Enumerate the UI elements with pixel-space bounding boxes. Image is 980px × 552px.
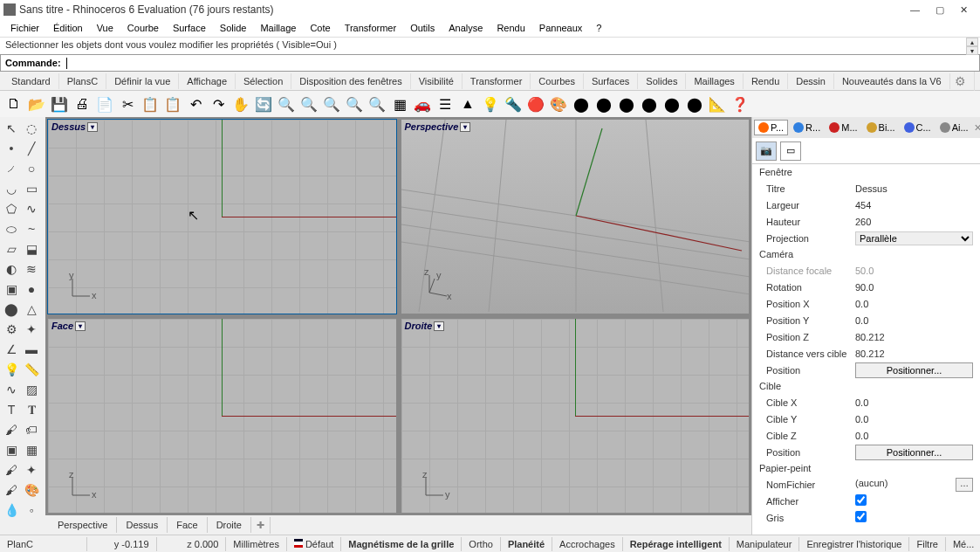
tab-surfaces[interactable]: Surfaces xyxy=(584,73,638,89)
menu-cote[interactable]: Cote xyxy=(303,21,337,35)
prop-afficher-checkbox[interactable] xyxy=(855,494,867,506)
viewport-persp-dropdown[interactable]: ▾ xyxy=(460,122,470,132)
status-accrochages[interactable]: Accrochages xyxy=(552,537,623,551)
prop-camposx-value[interactable]: 0.0 xyxy=(855,299,973,309)
status-m[interactable]: Mé... xyxy=(946,537,980,551)
tab-solides[interactable]: Solides xyxy=(638,73,686,89)
status-enregistrerlhistorique[interactable]: Enregistrer l'historique xyxy=(799,537,909,551)
status-reprageintelligent[interactable]: Repérage intelligent xyxy=(623,537,730,551)
prop-camposy-value[interactable]: 0.0 xyxy=(855,315,973,326)
arc-icon[interactable]: ◡ xyxy=(2,179,21,198)
flatten-icon[interactable]: ▬ xyxy=(22,340,41,359)
paneltab-1[interactable]: R... xyxy=(790,121,824,135)
line-icon[interactable]: ╱ xyxy=(22,139,41,158)
prop-projection-select[interactable]: Parallèle xyxy=(855,231,973,245)
viewport-top-label[interactable]: Dessus ▾ xyxy=(51,121,98,132)
light-icon[interactable]: 💡 xyxy=(480,93,501,114)
menu-outils[interactable]: Outils xyxy=(403,21,442,35)
grid-icon[interactable]: ▦ xyxy=(389,93,410,114)
panel-close-icon[interactable]: ✕ xyxy=(974,122,980,134)
prop-ciblex-value[interactable]: 0.0 xyxy=(855,397,973,408)
paneltab-2[interactable]: M... xyxy=(826,121,860,135)
paneltab-4[interactable]: C... xyxy=(901,121,935,135)
layers-icon[interactable]: ☰ xyxy=(435,93,456,114)
viewport-top-dropdown[interactable]: ▾ xyxy=(87,122,98,132)
prop-largeur-value[interactable]: 454 xyxy=(855,200,973,210)
spray-icon[interactable]: ◦ xyxy=(22,500,41,520)
status-manipulateur[interactable]: Manipulateur xyxy=(730,537,800,551)
menu-surface[interactable]: Surface xyxy=(166,21,213,35)
tab-dessin[interactable]: Dessin xyxy=(788,73,834,89)
wire-icon[interactable]: ⬤ xyxy=(616,93,637,114)
hatch-icon[interactable]: ▨ xyxy=(22,380,41,399)
redo-icon[interactable]: ↷ xyxy=(208,93,229,114)
tab-transformer[interactable]: Transformer xyxy=(463,73,531,89)
viewport-front-label[interactable]: Face ▾ xyxy=(51,321,86,331)
tab-affichage[interactable]: Affichage xyxy=(179,73,236,89)
tab-maillages[interactable]: Maillages xyxy=(686,73,743,89)
curve-icon[interactable]: ∿ xyxy=(22,199,41,218)
polygon-icon[interactable]: ⬠ xyxy=(2,199,21,218)
document-icon[interactable]: 📄 xyxy=(94,93,115,114)
status-planit[interactable]: Planéité xyxy=(501,537,552,551)
car-icon[interactable]: 🚗 xyxy=(412,93,433,114)
vptab-droite[interactable]: Droite xyxy=(208,517,251,533)
zoom-selected-icon[interactable]: 🔍 xyxy=(344,93,365,114)
curve2-icon[interactable]: ∿ xyxy=(2,380,21,399)
copy-icon[interactable]: 📋 xyxy=(140,93,161,114)
text-icon[interactable]: T xyxy=(2,400,21,419)
material-icon[interactable]: ⬤ xyxy=(571,93,592,114)
revolve-icon[interactable]: ◐ xyxy=(2,259,21,279)
tab-plansc[interactable]: PlansC xyxy=(59,73,106,89)
paste-icon[interactable]: 📋 xyxy=(162,93,183,114)
select-icon[interactable]: ↖ xyxy=(2,119,21,138)
tab-visibilit[interactable]: Visibilité xyxy=(411,73,463,89)
tab-standard[interactable]: Standard xyxy=(3,73,59,89)
zoom-extents-icon[interactable]: 🔍 xyxy=(321,93,342,114)
zoom-target-icon[interactable]: 🔍 xyxy=(367,93,387,114)
prop-distcible-value[interactable]: 80.212 xyxy=(855,348,973,359)
menu-fichier[interactable]: Fichier xyxy=(3,21,46,35)
viewport-top[interactable]: Dessus ▾ xy ↖ xyxy=(47,119,397,314)
extrude-icon[interactable]: ⬓ xyxy=(22,239,41,259)
help-icon[interactable]: ❓ xyxy=(730,93,750,114)
paneltab-0[interactable]: P... xyxy=(754,120,788,135)
status-planc[interactable]: PlanC xyxy=(0,537,87,551)
tab-nouveautsdanslav[interactable]: Nouveautés dans la V6 xyxy=(834,73,950,89)
rotate-icon[interactable]: 🔄 xyxy=(253,93,274,114)
zoom-dynamic-icon[interactable]: 🔍 xyxy=(298,93,319,114)
minimize-button[interactable]: — xyxy=(910,4,920,16)
vptab-add[interactable]: ✚ xyxy=(251,517,271,534)
brush2-icon[interactable]: 🖌 xyxy=(2,480,21,500)
ellipse-icon[interactable]: ⬭ xyxy=(2,219,21,238)
menu-analyse[interactable]: Analyse xyxy=(442,21,490,35)
analyze-icon[interactable]: 📐 xyxy=(707,93,728,114)
tag-icon[interactable]: 🏷 xyxy=(22,420,41,439)
undo-icon[interactable]: ↶ xyxy=(185,93,206,114)
technical-icon[interactable]: ⬤ xyxy=(684,93,705,114)
viewport-right-label[interactable]: Droite ▾ xyxy=(405,321,445,331)
pan-icon[interactable]: ✋ xyxy=(230,93,251,114)
star2-icon[interactable]: ✦ xyxy=(22,460,41,480)
circle-icon[interactable]: ○ xyxy=(22,159,41,178)
rect-icon[interactable]: ▭ xyxy=(22,179,41,198)
gear-icon[interactable]: ⚙ xyxy=(2,320,21,339)
save-icon[interactable]: 💾 xyxy=(49,93,70,114)
viewport-persp-label[interactable]: Perspective ▾ xyxy=(405,121,471,132)
brush-icon[interactable]: 🖌 xyxy=(2,460,21,480)
paint2-icon[interactable]: 🎨 xyxy=(22,480,41,500)
display-mode-button[interactable]: ▭ xyxy=(780,141,801,161)
loft-icon[interactable]: ≋ xyxy=(22,259,41,279)
prop-ciblez-value[interactable]: 0.0 xyxy=(855,431,973,441)
close-button[interactable]: ✕ xyxy=(960,4,968,16)
ghost-icon[interactable]: ⬤ xyxy=(639,93,660,114)
maximize-button[interactable]: ▢ xyxy=(935,4,944,16)
viewport-front-dropdown[interactable]: ▾ xyxy=(75,321,86,331)
status-units[interactable]: Millimètres xyxy=(226,537,287,551)
history-scroll-down[interactable]: ▾ xyxy=(966,46,978,55)
bulb-icon[interactable]: 💡 xyxy=(2,360,21,379)
history-scroll-up[interactable]: ▴ xyxy=(966,38,978,46)
prop-rotation-value[interactable]: 90.0 xyxy=(855,282,973,293)
new-icon[interactable]: 🗋 xyxy=(3,93,24,114)
spotlight-icon[interactable]: 🔦 xyxy=(503,93,524,114)
